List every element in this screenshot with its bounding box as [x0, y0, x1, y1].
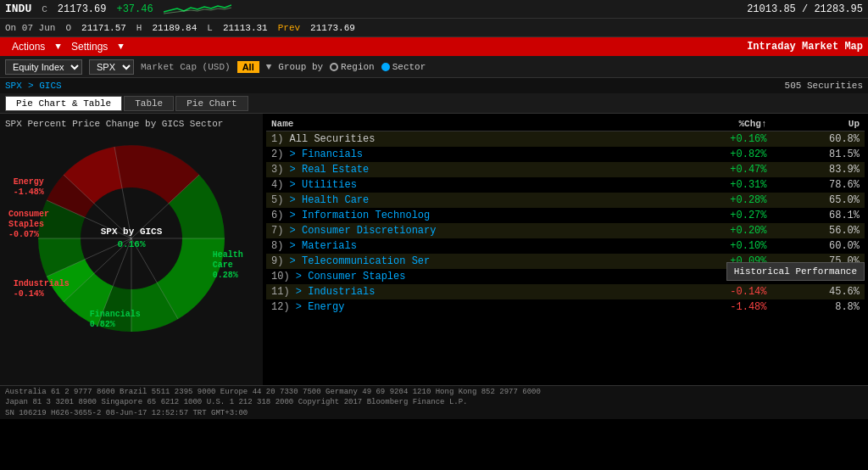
row-name-text[interactable]: Utilities	[302, 179, 357, 191]
row-name-text[interactable]: Real Estate	[302, 164, 369, 176]
row-chg-cell: +0.27%	[665, 208, 772, 223]
row-up-cell: 68.1%	[772, 208, 865, 223]
breadcrumb-spx[interactable]: SPX	[5, 81, 22, 91]
row-name-text: All Securities	[290, 133, 376, 145]
groupby-label: Group by	[278, 62, 323, 72]
actions-bar: Actions ▼ Settings ▼ Intraday Market Map	[0, 37, 868, 56]
row-arrow: >	[296, 286, 308, 298]
row-name-cell: 9) > Telecommunication Ser	[266, 254, 665, 269]
row-arrow: >	[290, 210, 302, 221]
row-num: 8)	[271, 240, 290, 252]
row-chg-cell: +0.82%	[665, 147, 772, 162]
pie-container: SPX by GICS 0.16% Energy -1.48% Consumer…	[8, 132, 254, 336]
spx-select[interactable]: SPX	[89, 59, 134, 75]
row-num: 2)	[271, 148, 290, 160]
radio-group: Region Sector	[330, 62, 426, 72]
range-value: 21013.85 / 21283.95	[747, 3, 863, 15]
row-name-text[interactable]: Materials	[302, 240, 357, 252]
row-name-text[interactable]: Financials	[302, 148, 363, 160]
breadcrumb: SPX > GICS	[5, 80, 62, 92]
tabs-bar: Pie Chart & Table Table Pie Chart	[0, 93, 868, 114]
breadcrumb-separator: >	[28, 81, 39, 91]
table-row: 8) > Materials+0.10%60.0%	[266, 238, 865, 254]
row-name-cell: 6) > Information Technolog	[266, 208, 665, 223]
row-chg-cell: -1.48%	[665, 299, 772, 315]
row-arrow: >	[290, 194, 302, 206]
row-arrow: >	[296, 301, 308, 313]
footer-line1: Australia 61 2 9777 8600 Brazil 5511 239…	[5, 387, 863, 398]
equity-index-select[interactable]: Equity Index	[5, 59, 82, 75]
row-name-cell: 2) > Financials	[266, 147, 665, 162]
center-text-line1: SPX by GICS	[101, 227, 163, 237]
row-chg-cell: +0.10%	[665, 238, 772, 254]
row-up-cell: 60.8%	[772, 131, 865, 148]
name-header: Name	[266, 117, 665, 131]
row-up-cell: 8.8%	[772, 299, 865, 315]
energy-pct: -1.48%	[14, 187, 44, 197]
row-num: 12)	[271, 301, 296, 313]
row-num: 6)	[271, 210, 290, 221]
settings-button[interactable]: Settings	[64, 41, 114, 53]
row-name-cell: 11) > Industrials	[266, 284, 665, 299]
table-row: 7) > Consumer Discretionary+0.20%56.0%	[266, 223, 865, 238]
row-name-text[interactable]: Energy	[308, 301, 344, 313]
industrials-label: Industrials -0.14%	[14, 279, 70, 299]
consumer-staples-label: Consumer Staples -0.07%	[8, 210, 49, 240]
footer-line3: SN 106219 H626-3655-2 08-Jun-17 12:52:57…	[5, 408, 863, 419]
tab-pie-chart-table[interactable]: Pie Chart & Table	[5, 96, 122, 111]
row-name-cell: 10) > Consumer Staples	[266, 269, 665, 284]
sector-radio[interactable]: Sector	[381, 62, 426, 72]
tab-table[interactable]: Table	[124, 96, 174, 111]
row-num: 7)	[271, 225, 290, 237]
row-arrow: >	[290, 225, 302, 237]
financials-name: Financials	[90, 310, 141, 319]
sector-label: Sector	[392, 62, 426, 72]
chart-area: SPX Percent Price Change by GICS Sector	[0, 114, 263, 385]
up-header: Up	[772, 117, 865, 131]
all-button[interactable]: All	[237, 61, 259, 73]
energy-label: Energy -1.48%	[14, 177, 44, 198]
region-radio[interactable]: Region	[330, 62, 375, 72]
row-num: 1)	[271, 133, 290, 145]
row-name-text[interactable]: Information Technolog	[302, 210, 430, 221]
c-value: 21173.69	[58, 3, 107, 15]
o-value: 21171.57	[81, 23, 126, 33]
row-chg-cell: -0.14%	[665, 284, 772, 299]
financials-label: Financials 0.82%	[90, 310, 141, 330]
row-up-cell: 78.6%	[772, 177, 865, 193]
industrials-pct: -0.14%	[14, 289, 44, 299]
row-up-cell: 83.9%	[772, 162, 865, 177]
staples-name: Staples	[8, 220, 44, 229]
table-row: 1) All Securities+0.16%60.8%	[266, 131, 865, 148]
table-row: 6) > Information Technolog+0.27%68.1%	[266, 208, 865, 223]
historical-performance-button[interactable]: Historical Performance	[726, 262, 865, 281]
row-name-text[interactable]: Consumer Staples	[308, 271, 405, 283]
row-arrow: >	[290, 164, 302, 176]
h-label: H	[136, 23, 142, 33]
row-num: 3)	[271, 164, 290, 176]
tab-pie-chart[interactable]: Pie Chart	[175, 96, 248, 111]
row-up-cell: 60.0%	[772, 238, 865, 254]
table-row: 11) > Industrials-0.14%45.6%	[266, 284, 865, 299]
footer-line2: Japan 81 3 3201 8900 Singapore 65 6212 1…	[5, 397, 863, 408]
actions-button[interactable]: Actions	[5, 41, 52, 53]
change-value: +37.46	[116, 3, 153, 15]
row-name-text[interactable]: Telecommunication Ser	[302, 255, 430, 267]
row-arrow: >	[296, 271, 308, 283]
row-num: 4)	[271, 179, 290, 191]
row-arrow: >	[290, 240, 302, 252]
row-name-text[interactable]: Health Care	[302, 194, 369, 206]
energy-name: Energy	[14, 177, 44, 187]
prev-value: 21173.69	[310, 23, 355, 33]
on-date-label: On 07 Jun	[5, 23, 55, 33]
main-wrapper: SPX Percent Price Change by GICS Sector	[0, 114, 868, 419]
row-up-cell: 56.0%	[772, 223, 865, 238]
row-chg-cell: +0.28%	[665, 193, 772, 208]
breadcrumb-gics[interactable]: GICS	[39, 81, 61, 91]
row-name-text[interactable]: Consumer Discretionary	[302, 225, 436, 237]
row-name-cell: 7) > Consumer Discretionary	[266, 223, 665, 238]
row-up-cell: 45.6%	[772, 284, 865, 299]
row-name-cell: 4) > Utilities	[266, 177, 665, 193]
financials-pct: 0.82%	[90, 320, 115, 329]
row-name-text[interactable]: Industrials	[308, 286, 375, 298]
